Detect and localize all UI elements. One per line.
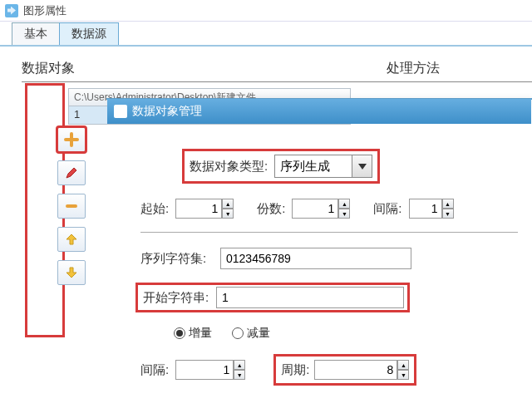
- radio-dot-icon: [174, 327, 185, 339]
- interval1-up[interactable]: ▲: [442, 199, 454, 209]
- interval2-down[interactable]: ▼: [234, 370, 245, 380]
- radio-dot-icon: [232, 327, 244, 339]
- move-down-button[interactable]: [57, 260, 86, 285]
- tab-basic[interactable]: 基本: [12, 22, 60, 45]
- tabstrip: 基本 数据源: [0, 22, 532, 45]
- radio-decrement[interactable]: 减量: [232, 326, 270, 341]
- remove-button[interactable]: [57, 194, 86, 219]
- separator: [140, 232, 518, 233]
- interval1-input[interactable]: [409, 199, 442, 219]
- interval2-label: 间隔:: [140, 362, 169, 378]
- charset-input[interactable]: [220, 248, 411, 269]
- type-highlight: 数据对象类型:: [182, 149, 380, 184]
- tab-datasource[interactable]: 数据源: [59, 22, 119, 45]
- dialog-icon: [114, 105, 127, 118]
- start-down[interactable]: ▼: [222, 209, 234, 219]
- radio-increment-label: 增量: [189, 326, 212, 341]
- interval2-up[interactable]: ▲: [234, 360, 245, 370]
- type-value[interactable]: [275, 155, 352, 177]
- startstr-label: 开始字符串:: [143, 290, 216, 306]
- copies-up[interactable]: ▲: [338, 199, 350, 209]
- copies-label: 份数:: [257, 201, 285, 217]
- type-dropdown-button[interactable]: [352, 155, 372, 177]
- period-highlight: 周期: ▲▼: [273, 354, 416, 386]
- edit-button[interactable]: [57, 160, 86, 185]
- startstr-highlight: 开始字符串:: [135, 283, 410, 312]
- start-input[interactable]: [175, 199, 222, 219]
- type-label: 数据对象类型:: [190, 159, 268, 175]
- group-data-object-label: 数据对象: [22, 60, 75, 77]
- dialog-titlebar[interactable]: 数据对象管理: [107, 99, 531, 124]
- period-input[interactable]: [314, 360, 397, 380]
- group-method-label: 处理方法: [387, 60, 440, 77]
- arrow-down-icon: [66, 267, 77, 278]
- period-down[interactable]: ▼: [397, 370, 409, 380]
- toolbar-highlight: [25, 83, 65, 337]
- dialog-title: 数据对象管理: [132, 104, 202, 119]
- start-spinner[interactable]: ▲▼: [175, 199, 234, 219]
- interval1-label: 间隔:: [373, 201, 401, 217]
- arrow-up-icon: [66, 234, 77, 245]
- minus-icon: [65, 204, 78, 209]
- charset-label: 序列字符集:: [140, 251, 214, 267]
- interval1-spinner[interactable]: ▲▼: [409, 199, 454, 219]
- copies-spinner[interactable]: ▲▼: [292, 199, 350, 219]
- interval2-input[interactable]: [175, 360, 234, 380]
- parent-titlebar: 图形属性: [0, 0, 532, 22]
- window-title: 图形属性: [23, 3, 66, 18]
- period-up[interactable]: ▲: [397, 360, 409, 370]
- type-combo[interactable]: [274, 155, 372, 178]
- pencil-icon: [65, 166, 78, 179]
- period-spinner[interactable]: ▲▼: [314, 360, 409, 380]
- start-label: 起始:: [140, 201, 169, 217]
- period-label: 周期:: [281, 362, 309, 378]
- interval2-spinner[interactable]: ▲▼: [175, 360, 245, 380]
- start-up[interactable]: ▲: [222, 199, 234, 209]
- data-object-manage-dialog: 数据对象管理 数据对象类型: 起始: ▲▼: [106, 98, 532, 100]
- radio-decrement-label: 减量: [247, 326, 270, 341]
- chevron-down-icon: [358, 164, 367, 170]
- copies-input[interactable]: [292, 199, 338, 219]
- copies-down[interactable]: ▼: [338, 209, 350, 219]
- svg-rect-0: [66, 204, 77, 208]
- move-up-button[interactable]: [57, 227, 86, 252]
- plus-icon: [64, 132, 79, 147]
- radio-increment[interactable]: 增量: [174, 326, 212, 341]
- add-button[interactable]: [57, 127, 86, 152]
- interval1-down[interactable]: ▼: [442, 209, 454, 219]
- startstr-input[interactable]: [216, 287, 404, 308]
- app-icon: [5, 4, 18, 17]
